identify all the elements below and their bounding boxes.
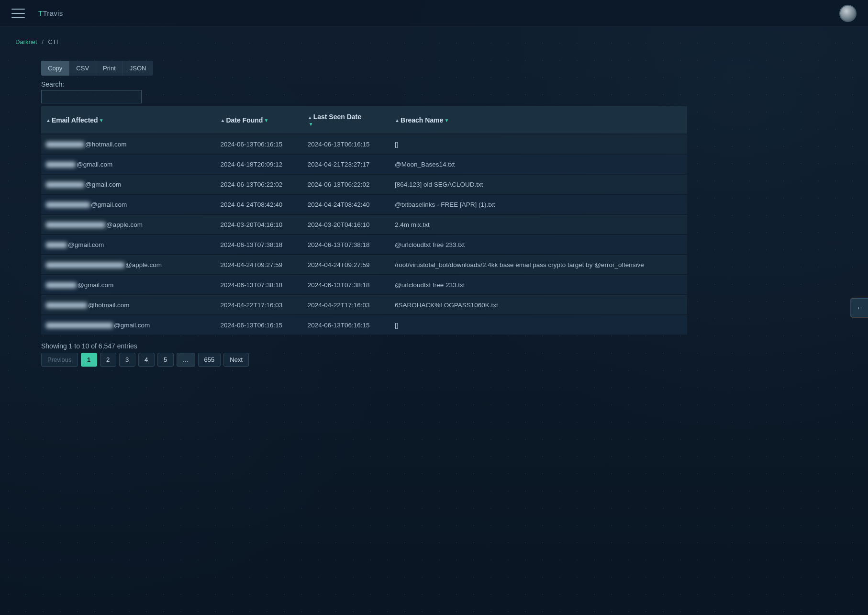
cell-last-seen: 2024-03-20T04:16:10 [303, 215, 390, 234]
export-print-button[interactable]: Print [96, 61, 122, 76]
cell-breach-name: @txtbaselinks - FREE [APR] (1).txt [390, 195, 687, 214]
redacted-local-part [46, 302, 87, 308]
email-domain: @gmail.com [114, 322, 150, 329]
pagination-page-button[interactable]: 3 [119, 353, 135, 367]
cell-breach-name: 2.4m mix.txt [390, 215, 687, 234]
col-breach-label: Breach Name [401, 116, 444, 124]
table-row[interactable]: @apple.com2024-03-20T04:16:102024-03-20T… [41, 215, 687, 234]
cell-last-seen: 2024-04-24T08:42:40 [303, 195, 390, 214]
cell-email: @apple.com [41, 255, 216, 274]
cell-breach-name: @urlcloudtxt free 233.txt [390, 275, 687, 294]
cell-date-found: 2024-06-13T06:16:15 [216, 134, 303, 154]
email-domain: @gmail.com [78, 281, 113, 289]
sort-asc-icon: ▲ [308, 115, 312, 120]
col-email-label: Email Affected [52, 116, 98, 124]
redacted-local-part [46, 323, 113, 328]
email-domain: @hotmail.com [88, 302, 129, 309]
cell-date-found: 2024-04-18T20:09:12 [216, 155, 303, 174]
table-row[interactable]: @gmail.com2024-06-13T06:22:022024-06-13T… [41, 175, 687, 194]
cell-breach-name: [864.123] old SEGACLOUD.txt [390, 175, 687, 194]
email-domain: @gmail.com [68, 241, 104, 248]
cell-email: @hotmail.com [41, 295, 216, 314]
redacted-local-part [46, 142, 84, 147]
cell-email: @hotmail.com [41, 134, 216, 154]
cell-last-seen: 2024-04-22T17:16:03 [303, 295, 390, 314]
col-last-seen[interactable]: ▲Last Seen Date ▼ [303, 106, 390, 134]
pagination-previous-button[interactable]: Previous [41, 353, 78, 367]
menu-toggle-icon[interactable] [11, 9, 25, 18]
cell-last-seen: 2024-06-13T06:16:15 [303, 315, 390, 335]
table-row[interactable]: @gmail.com2024-04-18T20:09:122024-04-21T… [41, 155, 687, 174]
cell-date-found: 2024-06-13T07:38:18 [216, 235, 303, 254]
col-date-found[interactable]: ▲Date Found▼ [216, 106, 303, 134]
col-found-label: Date Found [226, 116, 263, 124]
sort-asc-icon: ▲ [221, 118, 225, 123]
redacted-local-part [46, 222, 105, 228]
cell-date-found: 2024-06-13T06:22:02 [216, 175, 303, 194]
cell-last-seen: 2024-06-13T07:38:18 [303, 275, 390, 294]
topbar: TTravis [0, 0, 868, 27]
table-row[interactable]: @gmail.com2024-06-13T07:38:182024-06-13T… [41, 275, 687, 294]
search-row: Search: [41, 80, 827, 103]
table-row[interactable]: @gmail.com2024-04-24T08:42:402024-04-24T… [41, 195, 687, 214]
search-input[interactable] [41, 90, 142, 103]
sort-desc-icon: ▼ [309, 122, 385, 127]
redacted-local-part [46, 262, 124, 268]
cell-date-found: 2024-04-24T09:27:59 [216, 255, 303, 274]
results-table: ▲Email Affected▼ ▲Date Found▼ ▲Last Seen… [41, 105, 687, 335]
redacted-local-part [46, 162, 76, 168]
arrow-left-icon: ← [857, 304, 863, 312]
cell-email: @gmail.com [41, 315, 216, 335]
table-row[interactable]: @hotmail.com2024-04-22T17:16:032024-04-2… [41, 295, 687, 314]
cell-breach-name: [] [390, 315, 687, 335]
cell-last-seen: 2024-06-13T06:16:15 [303, 134, 390, 154]
entries-info: Showing 1 to 10 of 6,547 entries [41, 342, 827, 350]
email-domain: @gmail.com [85, 181, 121, 188]
cell-breach-name: /root/virustotal_bot/downloads/2.4kk bas… [390, 255, 687, 274]
email-domain: @hotmail.com [85, 141, 126, 148]
redacted-local-part [46, 202, 90, 208]
search-label: Search: [41, 80, 64, 88]
brand: TTravis [38, 9, 63, 17]
cell-date-found: 2024-04-22T17:16:03 [216, 295, 303, 314]
export-csv-button[interactable]: CSV [69, 61, 96, 76]
cell-date-found: 2024-03-20T04:16:10 [216, 215, 303, 234]
table-header-row: ▲Email Affected▼ ▲Date Found▼ ▲Last Seen… [41, 106, 687, 134]
export-copy-button[interactable]: Copy [41, 61, 69, 76]
side-panel-toggle[interactable]: ← [851, 298, 868, 317]
cell-breach-name: @Moon_Bases14.txt [390, 155, 687, 174]
email-domain: @apple.com [106, 221, 143, 228]
col-breach-name[interactable]: ▲Breach Name▼ [390, 106, 687, 134]
email-domain: @gmail.com [91, 201, 127, 208]
avatar[interactable] [839, 5, 857, 22]
pagination-page-button[interactable]: 1 [81, 353, 97, 367]
table-row[interactable]: @gmail.com2024-06-13T06:16:152024-06-13T… [41, 315, 687, 335]
cell-email: @gmail.com [41, 195, 216, 214]
cell-last-seen: 2024-06-13T07:38:18 [303, 235, 390, 254]
email-domain: @apple.com [125, 261, 162, 268]
export-button-group: CopyCSVPrintJSON [41, 61, 153, 76]
brand-text: Travis [43, 9, 63, 17]
redacted-local-part [46, 182, 84, 188]
cell-breach-name: [] [390, 134, 687, 154]
sort-asc-icon: ▲ [46, 118, 51, 123]
cell-email: @apple.com [41, 215, 216, 234]
pagination-next-button[interactable]: Next [223, 353, 249, 367]
col-email-affected[interactable]: ▲Email Affected▼ [41, 106, 216, 134]
pagination-page-button[interactable]: 5 [157, 353, 174, 367]
table-row[interactable]: @gmail.com2024-06-13T07:38:182024-06-13T… [41, 235, 687, 254]
cell-email: @gmail.com [41, 155, 216, 174]
cell-last-seen: 2024-04-24T09:27:59 [303, 255, 390, 274]
pagination-page-button[interactable]: 655 [198, 353, 221, 367]
email-domain: @gmail.com [77, 161, 112, 168]
table-row[interactable]: @hotmail.com2024-06-13T06:16:152024-06-1… [41, 134, 687, 154]
breadcrumb-root-link[interactable]: Darknet [15, 38, 37, 45]
export-json-button[interactable]: JSON [122, 61, 153, 76]
sort-asc-icon: ▲ [395, 118, 400, 123]
pagination: Previous12345…655Next [41, 353, 827, 367]
cell-date-found: 2024-06-13T07:38:18 [216, 275, 303, 294]
pagination-page-button[interactable]: 2 [100, 353, 116, 367]
pagination-ellipsis: … [177, 353, 195, 367]
table-row[interactable]: @apple.com2024-04-24T09:27:592024-04-24T… [41, 255, 687, 274]
pagination-page-button[interactable]: 4 [138, 353, 155, 367]
